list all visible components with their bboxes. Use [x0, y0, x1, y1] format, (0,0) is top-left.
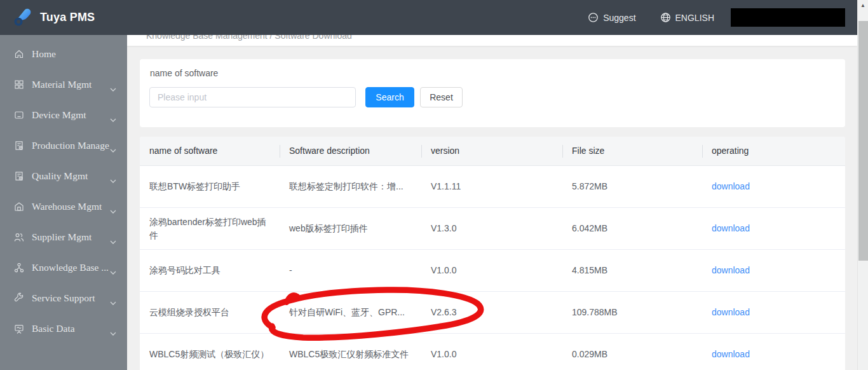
sidebar-item-device-mgmt[interactable]: Device Mgmt: [0, 100, 127, 130]
software-name-input[interactable]: [149, 87, 356, 107]
sidebar-label: Quality Mgmt: [32, 170, 88, 182]
sidebar-item-service-support[interactable]: Service Support: [0, 283, 127, 313]
table-row: 涂鸦号码比对工具 - V1.0.0 4.815MB download: [140, 250, 845, 292]
table-row: WBLC5射频测试（极致汇仪） WBLC5极致汇仪射频标准文件 V1.0.0 0…: [140, 334, 845, 370]
search-panel: name of software Search Reset: [140, 59, 845, 127]
chevron-down-icon: [110, 235, 116, 247]
sidebar-label: Service Support: [32, 292, 95, 304]
tuya-logo-icon: [13, 6, 34, 29]
chevron-down-icon: [110, 296, 116, 308]
search-field-label: name of software: [150, 68, 832, 78]
sidebar-label: Basic Data: [32, 323, 75, 334]
cell-version: V2.6.3: [421, 292, 562, 333]
chevron-down-icon: [110, 327, 116, 338]
warehouse-icon: [13, 201, 25, 212]
scroll-up-arrow-icon[interactable]: ▲: [858, 3, 868, 8]
search-button[interactable]: Search: [365, 87, 414, 107]
supplier-people-icon: [13, 231, 25, 243]
main-content: Knowledge Base Management / Software Dow…: [127, 35, 857, 370]
download-link[interactable]: download: [712, 222, 750, 235]
cell-description: 联想标签定制打印软件：增...: [280, 166, 421, 207]
sidebar-nav: Home Material Mgmt Device Mgmt Productio…: [0, 35, 127, 370]
header-actions: Suggest ENGLISH: [588, 8, 857, 27]
col-header-version: version: [421, 137, 562, 165]
brand-title: Tuya PMS: [40, 11, 95, 24]
sidebar-item-warehouse-mgmt[interactable]: Warehouse Mgmt: [0, 191, 127, 222]
sidebar-label: Material Mgmt: [32, 79, 92, 90]
presentation-board-icon: [13, 323, 25, 334]
suggest-button[interactable]: Suggest: [588, 12, 635, 23]
table-header-row: name of software Software description ve…: [140, 137, 845, 166]
scrollbar-thumb[interactable]: [858, 21, 868, 261]
page: Tuya PMS Suggest: [0, 0, 868, 370]
cell-description: -: [280, 250, 421, 291]
table-row: 联想BTW标签打印助手 联想标签定制打印软件：增... V1.1.11 5.87…: [140, 166, 845, 208]
tuya-logo[interactable]: Tuya PMS: [0, 6, 95, 29]
globe-icon: [660, 12, 671, 23]
cell-version: V1.0.0: [421, 334, 562, 370]
quality-document-icon: [13, 170, 25, 182]
device-icon: [13, 109, 25, 121]
chevron-down-icon: [110, 205, 116, 216]
wrench-icon: [13, 292, 25, 304]
scrollbar[interactable]: ▲: [857, 0, 868, 370]
table-row: 涂鸦bartender标签打印web插件 web版标签打印插件 V1.3.0 6…: [140, 208, 845, 250]
sidebar-item-knowledge-base[interactable]: Knowledge Base ...: [0, 252, 127, 283]
cell-name: 云模组烧录授权平台: [140, 292, 280, 333]
table-row-circled: 云模组烧录授权平台 针对自研WiFi、蓝牙、GPR... V2.6.3 109.…: [140, 292, 845, 334]
chevron-down-icon: [110, 113, 116, 125]
download-link[interactable]: download: [712, 306, 750, 319]
cell-version: V1.3.0: [421, 208, 562, 249]
col-header-filesize: File size: [562, 137, 702, 165]
col-header-name: name of software: [140, 137, 280, 165]
cell-name: WBLC5射频测试（极致汇仪）: [140, 334, 280, 370]
cell-version: V1.1.11: [421, 166, 562, 207]
sidebar-item-material-mgmt[interactable]: Material Mgmt: [0, 69, 127, 100]
cell-name: 联想BTW标签打印助手: [140, 166, 280, 207]
software-table: name of software Software description ve…: [140, 137, 845, 370]
cell-filesize: 0.029MB: [562, 334, 702, 370]
cell-filesize: 4.815MB: [562, 250, 702, 291]
cell-description: web版标签打印插件: [280, 208, 421, 249]
chevron-down-icon: [110, 174, 116, 186]
chevron-down-icon: [110, 144, 116, 155]
chevron-down-icon: [110, 83, 116, 94]
reset-button[interactable]: Reset: [420, 87, 463, 107]
cell-filesize: 5.872MB: [562, 166, 702, 207]
sidebar-item-production-manage[interactable]: Production Manage: [0, 130, 127, 161]
production-document-icon: [13, 140, 25, 151]
breadcrumb[interactable]: Knowledge Base Management / Software Dow…: [146, 35, 352, 41]
sidebar-item-home[interactable]: Home: [0, 39, 127, 69]
download-link[interactable]: download: [712, 180, 750, 193]
cell-version: V1.0.0: [421, 250, 562, 291]
col-header-description: Software description: [280, 137, 421, 165]
sidebar-label: Warehouse Mgmt: [32, 201, 102, 212]
suggest-label: Suggest: [603, 13, 635, 23]
cell-filesize: 109.788MB: [562, 292, 702, 333]
sidebar-item-supplier-mgmt[interactable]: Supplier Mgmt: [0, 222, 127, 252]
user-account-redacted[interactable]: [731, 8, 845, 27]
home-icon: [13, 48, 25, 60]
grid-icon: [13, 79, 25, 90]
top-header: Tuya PMS Suggest: [0, 0, 857, 35]
language-label: ENGLISH: [675, 13, 714, 23]
sidebar-item-quality-mgmt[interactable]: Quality Mgmt: [0, 161, 127, 191]
cell-filesize: 6.042MB: [562, 208, 702, 249]
sidebar-label: Knowledge Base ...: [32, 262, 109, 273]
breadcrumb-bar: Knowledge Base Management / Software Dow…: [127, 35, 857, 46]
download-link[interactable]: download: [712, 348, 750, 361]
sidebar-label: Supplier Mgmt: [32, 231, 92, 243]
sidebar-label: Production Manage: [32, 140, 109, 151]
chevron-down-icon: [110, 266, 116, 277]
cell-name: 涂鸦bartender标签打印web插件: [140, 208, 280, 249]
sidebar-item-basic-data[interactable]: Basic Data: [0, 313, 127, 344]
cell-description: 针对自研WiFi、蓝牙、GPR...: [280, 292, 421, 333]
suggest-bubble-icon: [588, 12, 599, 23]
sidebar-label: Device Mgmt: [32, 109, 86, 121]
sidebar-label: Home: [32, 48, 56, 60]
knowledge-org-icon: [13, 262, 25, 273]
download-link[interactable]: download: [712, 264, 750, 277]
cell-name: 涂鸦号码比对工具: [140, 250, 280, 291]
language-switcher[interactable]: ENGLISH: [660, 12, 714, 23]
col-header-operating: operating: [702, 137, 845, 165]
